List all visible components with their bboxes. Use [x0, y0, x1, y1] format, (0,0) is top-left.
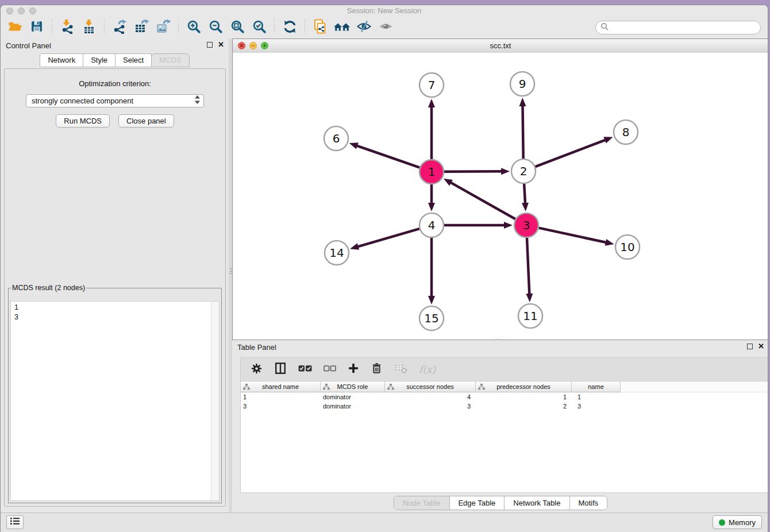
tab-select[interactable]: Select: [115, 53, 152, 67]
show-columns-button[interactable]: [274, 362, 287, 377]
delete-row-button[interactable]: [371, 362, 383, 377]
zoom-fit-button[interactable]: [226, 18, 248, 37]
vertical-splitter-grip[interactable]: [229, 267, 232, 275]
float-table-panel-button[interactable]: [747, 344, 753, 349]
run-mcds-button[interactable]: Run MCDS: [56, 114, 110, 128]
tab-network-table[interactable]: Network Table: [504, 496, 569, 510]
node-table[interactable]: shared nameMCDS rolesuccessor nodesprede…: [240, 381, 768, 493]
float-panel-button[interactable]: [207, 42, 213, 48]
node-1[interactable]: 1: [419, 160, 444, 184]
app-title: Session: New Session: [1, 6, 768, 15]
table-panel: Table Panel ✕ f(x) shared nameMCDS roles…: [232, 340, 768, 514]
column-header-MCDS-role[interactable]: MCDS role: [321, 381, 385, 392]
refresh-button[interactable]: [279, 18, 301, 37]
column-header-shared-name[interactable]: shared name: [241, 381, 321, 392]
zoom-selected-button[interactable]: [248, 18, 270, 37]
network-canvas[interactable]: 7968124314101511: [233, 53, 768, 340]
zoom-in-button[interactable]: [183, 18, 205, 37]
zoom-out-button[interactable]: [205, 18, 226, 37]
node-6[interactable]: 6: [324, 126, 348, 151]
node-7[interactable]: 7: [419, 73, 444, 97]
edge-1-4[interactable]: [428, 184, 435, 211]
column-header-name[interactable]: name: [572, 381, 621, 392]
memory-label: Memory: [729, 518, 756, 527]
export-network-button[interactable]: [109, 18, 130, 37]
unchecked-boxes-icon: [324, 364, 336, 375]
node-2[interactable]: 2: [511, 159, 536, 183]
show-eye-button[interactable]: [375, 18, 396, 37]
edge-1-7[interactable]: [428, 99, 435, 159]
import-network-button[interactable]: [56, 18, 78, 37]
columns-icon: [274, 362, 287, 377]
edge-1-6[interactable]: [349, 142, 420, 168]
close-table-panel-button[interactable]: ✕: [758, 343, 764, 350]
import-table-button[interactable]: [78, 18, 100, 37]
houses-button[interactable]: [331, 18, 353, 37]
criterion-dropdown[interactable]: strongly connected component: [26, 94, 204, 107]
table-toolbar: f(x): [240, 357, 768, 381]
column-header-successor-nodes[interactable]: successor nodes: [385, 381, 476, 392]
toolbar-separator: [178, 20, 179, 36]
table-cell: 2: [476, 403, 572, 410]
close-panel-button-2[interactable]: Close panel: [118, 114, 174, 128]
select-all-columns-button[interactable]: [298, 364, 312, 375]
edge-2-8[interactable]: [536, 137, 613, 167]
table-cell: 3: [241, 403, 321, 410]
task-history-button[interactable]: [6, 515, 24, 529]
app-titlebar: Session: New Session: [1, 5, 768, 17]
table-cell: dominator: [321, 394, 385, 400]
node-3[interactable]: 3: [514, 213, 538, 237]
node-10[interactable]: 10: [615, 235, 640, 259]
table-row[interactable]: 3dominator323: [241, 402, 768, 411]
save-session-button[interactable]: [26, 18, 48, 37]
tab-node-table[interactable]: Node Table: [394, 496, 449, 510]
edge-3-10[interactable]: [539, 228, 614, 246]
toolbar-separator: [104, 20, 105, 36]
edge-4-14[interactable]: [350, 229, 419, 250]
tab-motifs[interactable]: Motifs: [569, 496, 607, 510]
edge-3-11[interactable]: [526, 238, 533, 302]
node-11[interactable]: 11: [518, 304, 542, 328]
table-settings-button[interactable]: [251, 363, 263, 377]
node-9[interactable]: 9: [510, 72, 534, 96]
search-input[interactable]: [611, 23, 756, 33]
export-image-button[interactable]: [152, 18, 174, 37]
table-cell: 3: [572, 403, 621, 410]
edge-2-3[interactable]: [522, 184, 529, 211]
node-15[interactable]: 15: [419, 306, 444, 330]
memory-button[interactable]: Memory: [713, 515, 762, 529]
create-column-button[interactable]: [348, 363, 359, 376]
hide-eye-button[interactable]: [353, 18, 375, 37]
header-filler: [621, 381, 768, 392]
unselect-all-columns-button[interactable]: [324, 364, 336, 375]
tab-mcds[interactable]: MCDS: [151, 53, 189, 67]
duplicate-network-button[interactable]: [309, 18, 331, 37]
export-table-button[interactable]: [130, 18, 152, 37]
node-8[interactable]: 8: [614, 120, 638, 144]
control-panel-title: Control Panel: [6, 41, 51, 50]
delete-column-button[interactable]: [394, 363, 407, 376]
checked-boxes-icon: [298, 364, 312, 375]
mcds-result-label: MCDS result (2 nodes): [11, 284, 86, 292]
edge-4-15[interactable]: [428, 238, 435, 304]
result-scrollbar[interactable]: [211, 302, 219, 500]
plus-icon: [348, 363, 359, 376]
edge-2-9[interactable]: [519, 98, 526, 159]
edge-1-2[interactable]: [444, 168, 510, 175]
tab-style[interactable]: Style: [83, 53, 116, 67]
open-session-button[interactable]: [4, 18, 26, 37]
table-row[interactable]: 1dominator411: [241, 392, 768, 402]
edge-4-3[interactable]: [444, 222, 513, 229]
mcds-result-area[interactable]: 1 3: [10, 301, 220, 501]
column-header-predecessor-nodes[interactable]: predecessor nodes: [476, 381, 572, 392]
close-panel-button[interactable]: ✕: [218, 41, 224, 48]
tab-edge-table[interactable]: Edge Table: [449, 496, 504, 510]
tab-network[interactable]: Network: [40, 53, 83, 67]
function-builder-button[interactable]: f(x): [419, 364, 436, 375]
node-4[interactable]: 4: [419, 213, 444, 237]
node-14[interactable]: 14: [325, 241, 349, 265]
toolbar-separator: [274, 20, 275, 36]
svg-text:3: 3: [523, 218, 530, 232]
edge-3-1[interactable]: [444, 179, 515, 219]
list-icon: [10, 516, 20, 528]
